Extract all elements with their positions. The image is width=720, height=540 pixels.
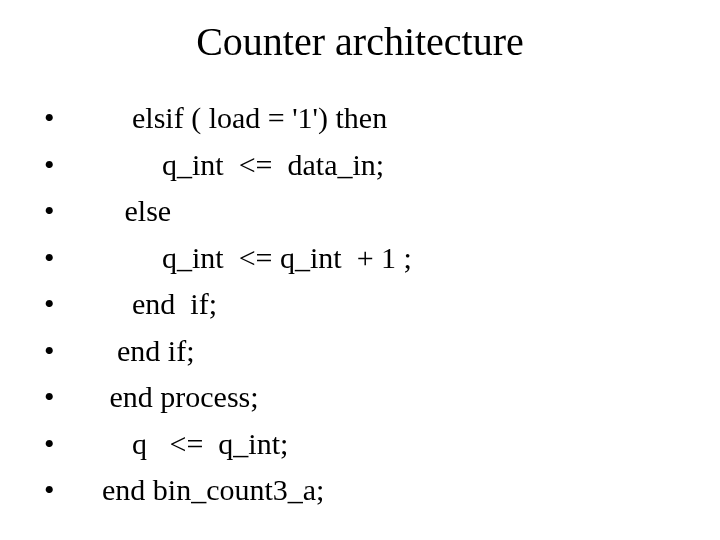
list-item: end if;	[44, 281, 680, 328]
list-item: elsif ( load = '1') then	[44, 95, 680, 142]
list-item: q <= q_int;	[44, 421, 680, 468]
code-list: elsif ( load = '1') then q_int <= data_i…	[44, 95, 680, 514]
list-item: end process;	[44, 374, 680, 421]
list-item: q_int <= q_int + 1 ;	[44, 235, 680, 282]
list-item: q_int <= data_in;	[44, 142, 680, 189]
slide-title: Counter architecture	[40, 18, 680, 65]
slide: Counter architecture elsif ( load = '1')…	[0, 0, 720, 540]
list-item: end if;	[44, 328, 680, 375]
list-item: else	[44, 188, 680, 235]
list-item: end bin_count3_a;	[44, 467, 680, 514]
